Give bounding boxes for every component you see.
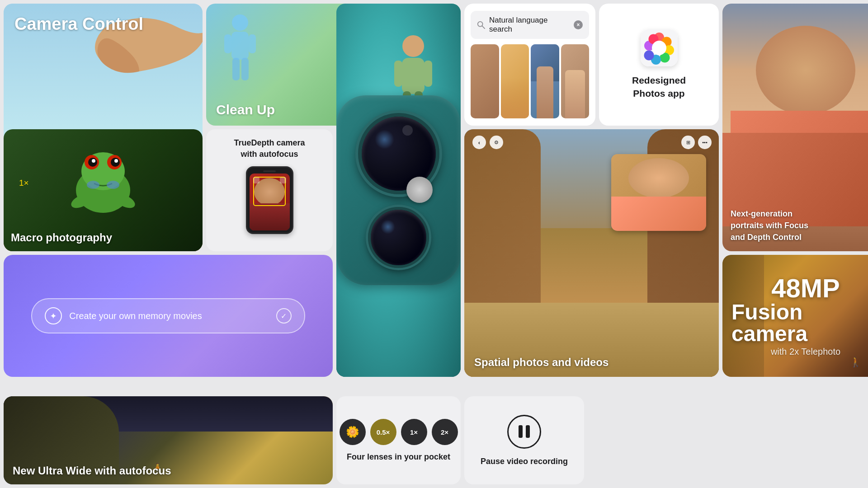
ns-search-icon bbox=[477, 21, 485, 29]
pa-icon bbox=[641, 29, 678, 66]
ns-bar[interactable]: Natural language search × bbox=[471, 11, 589, 39]
fm-title-line2: Fusion camera bbox=[731, 301, 868, 345]
fl-buttons: 🌼 0.5× 1× 2× bbox=[340, 419, 458, 445]
svg-point-58 bbox=[478, 22, 483, 27]
cu-title: Clean Up bbox=[216, 102, 275, 117]
svg-point-69 bbox=[652, 41, 666, 55]
svg-rect-53 bbox=[402, 58, 425, 94]
fl-title: Four lenses in your pocket bbox=[347, 452, 450, 462]
pa-card: Redesigned Photos app bbox=[599, 4, 719, 126]
ns-photos bbox=[471, 44, 589, 118]
svg-point-81 bbox=[107, 181, 119, 189]
mc-lens-secondary bbox=[368, 207, 429, 268]
fm-subtitle: with 2x Telephoto bbox=[771, 347, 840, 357]
ns-input[interactable]: Natural language search bbox=[489, 16, 570, 34]
fl-btn-2x[interactable]: 2× bbox=[432, 419, 458, 445]
pv-btn[interactable] bbox=[507, 415, 541, 449]
mp-title: Macro photography bbox=[11, 231, 112, 244]
svg-rect-47 bbox=[231, 32, 249, 60]
mm-card: ✦ Create your own memory movies ✓ bbox=[4, 255, 333, 377]
uw-card: 🧍 New Ultra Wide with autofocus bbox=[4, 396, 333, 484]
svg-point-46 bbox=[232, 14, 248, 31]
sp-title: Spatial photos and videos bbox=[474, 356, 609, 369]
fl-card: 🌼 0.5× 1× 2× Four lenses in your pocket bbox=[336, 396, 461, 484]
ngp-title: Next-generation portraits with Focus and… bbox=[731, 208, 808, 243]
svg-point-80 bbox=[87, 181, 99, 189]
svg-rect-54 bbox=[394, 61, 402, 87]
ns-clear[interactable]: × bbox=[574, 20, 583, 29]
sp-preview bbox=[611, 154, 706, 231]
mc-bump bbox=[336, 95, 461, 285]
sp-controls: ‹ ⚙ bbox=[472, 136, 503, 149]
td-phone bbox=[246, 166, 293, 234]
cc-title: Camera Control bbox=[14, 14, 143, 34]
ngp-card: Next-generation portraits with Focus and… bbox=[722, 4, 868, 251]
mm-sparkle: ✦ bbox=[45, 307, 62, 324]
sp-more-btns: ⊞ ••• bbox=[681, 136, 712, 149]
svg-point-52 bbox=[402, 35, 424, 57]
mc-flash bbox=[406, 177, 433, 203]
svg-rect-49 bbox=[249, 34, 256, 53]
svg-point-66 bbox=[644, 50, 654, 60]
svg-rect-48 bbox=[224, 34, 231, 53]
fm-title-big: 48MP bbox=[771, 275, 840, 301]
pa-title: Redesigned Photos app bbox=[632, 74, 686, 100]
cc-zoom: 1× bbox=[19, 178, 29, 188]
fl-btn-half[interactable]: 0.5× bbox=[370, 419, 396, 445]
fl-btn-flower[interactable]: 🌼 bbox=[340, 419, 366, 445]
fm-card: 🚶 48MP Fusion camera with 2x Telephoto bbox=[722, 255, 868, 377]
pv-card: Pause video recording bbox=[464, 396, 584, 484]
svg-rect-51 bbox=[241, 58, 249, 80]
mm-confirm[interactable]: ✓ bbox=[276, 308, 292, 324]
sp-card: ‹ ⚙ ⊞ ••• Spatial photos and videos bbox=[464, 129, 719, 377]
mp-card: Macro photography bbox=[4, 129, 203, 251]
svg-rect-55 bbox=[424, 61, 432, 87]
mp-frog bbox=[4, 129, 203, 233]
uw-title: New Ultra Wide with autofocus bbox=[13, 465, 171, 477]
mm-text: Create your own memory movies bbox=[69, 311, 269, 321]
td-title: TrueDepth camera with autofocus bbox=[234, 137, 305, 160]
svg-rect-50 bbox=[232, 58, 240, 80]
pv-title: Pause video recording bbox=[481, 457, 568, 466]
ns-card: Natural language search × bbox=[464, 4, 595, 126]
svg-point-76 bbox=[92, 159, 95, 163]
svg-line-59 bbox=[482, 26, 485, 28]
svg-point-77 bbox=[114, 159, 118, 163]
mm-bar[interactable]: ✦ Create your own memory movies ✓ bbox=[31, 298, 305, 333]
td-card: TrueDepth camera with autofocus bbox=[206, 129, 333, 251]
fl-btn-1x[interactable]: 1× bbox=[401, 419, 427, 445]
